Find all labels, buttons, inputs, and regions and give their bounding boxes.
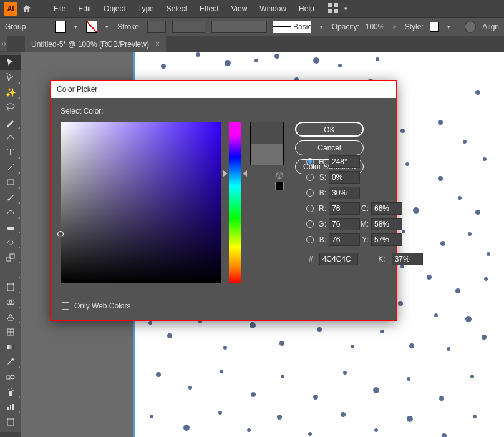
scatter-dot[interactable] <box>398 301 403 306</box>
stroke-weight-input[interactable] <box>147 21 166 33</box>
paintbrush-tool[interactable] <box>0 190 21 205</box>
mesh-tool[interactable] <box>0 325 21 340</box>
scatter-dot[interactable] <box>150 415 153 418</box>
free-transform-tool[interactable] <box>0 280 21 295</box>
selection-tool[interactable] <box>0 55 21 70</box>
workspace-dropdown-icon[interactable]: ▾ <box>342 2 351 15</box>
menu-help[interactable]: Help <box>293 2 321 16</box>
scatter-dot[interactable] <box>473 415 477 418</box>
scatter-dot[interactable] <box>438 176 443 181</box>
blue-radio[interactable] <box>306 236 314 243</box>
eraser-tool[interactable] <box>0 220 21 235</box>
scatter-dot[interactable] <box>484 277 488 281</box>
ok-button[interactable]: OK <box>295 122 364 137</box>
stroke-swatch[interactable] <box>86 21 97 33</box>
current-color-preview[interactable] <box>251 144 283 165</box>
scatter-dot[interactable] <box>482 335 487 340</box>
scatter-dot[interactable] <box>196 52 200 57</box>
fill-dropdown-icon[interactable]: ▾ <box>72 21 80 33</box>
scatter-dot[interactable] <box>254 59 258 62</box>
menu-edit[interactable]: Edit <box>72 2 97 16</box>
scatter-dot[interactable] <box>247 428 251 432</box>
scatter-dot[interactable] <box>470 375 474 378</box>
only-web-colors-checkbox[interactable]: Only Web Colors <box>62 302 130 310</box>
y-input[interactable]: 57% <box>371 233 402 246</box>
scatter-dot[interactable] <box>351 345 354 348</box>
graphic-style-swatch[interactable] <box>430 22 439 32</box>
scatter-dot[interactable] <box>465 316 472 322</box>
curvature-tool[interactable] <box>0 130 21 145</box>
out-of-gamut-icon[interactable] <box>275 170 284 179</box>
h-input[interactable]: 248° <box>329 155 360 168</box>
scatter-dot[interactable] <box>438 120 443 125</box>
scatter-dot[interactable] <box>313 395 318 400</box>
scatter-dot[interactable] <box>277 415 282 420</box>
color-picker-titlebar[interactable]: Color Picker <box>51 81 396 98</box>
document-setup-icon[interactable] <box>465 21 476 33</box>
shape-builder-tool[interactable] <box>0 295 21 310</box>
rotate-tool[interactable] <box>0 235 21 250</box>
width-tool[interactable] <box>0 265 21 280</box>
r-input[interactable]: 76 <box>329 202 360 215</box>
scatter-dot[interactable] <box>458 196 462 200</box>
scatter-dot[interactable] <box>338 64 342 67</box>
scatter-dot[interactable] <box>400 129 405 133</box>
scatter-dot[interactable] <box>250 322 256 328</box>
scatter-dot[interactable] <box>308 432 312 436</box>
magic-wand-tool[interactable]: ✨ <box>0 85 21 100</box>
shaper-tool[interactable] <box>0 205 21 220</box>
hue-radio[interactable] <box>306 158 314 165</box>
brush-definition-dropdown[interactable] <box>211 21 266 33</box>
scatter-dot[interactable] <box>475 210 480 215</box>
scatter-dot[interactable] <box>447 347 450 351</box>
scatter-dot[interactable] <box>455 288 460 293</box>
scatter-dot[interactable] <box>376 57 379 61</box>
scatter-dot[interactable] <box>475 90 480 95</box>
red-radio[interactable] <box>306 205 314 212</box>
symbol-sprayer-tool[interactable] <box>0 385 21 400</box>
type-tool[interactable]: T <box>0 145 21 160</box>
green-radio[interactable] <box>306 220 314 228</box>
menu-view[interactable]: View <box>225 2 254 16</box>
document-tab[interactable]: Untitled-5* @ 100% (RGB/Preview) × <box>25 36 166 52</box>
scatter-dot[interactable] <box>225 60 231 66</box>
lasso-tool[interactable] <box>0 100 21 115</box>
scatter-dot[interactable] <box>167 333 172 338</box>
s-input[interactable]: 0% <box>329 171 360 184</box>
menu-select[interactable]: Select <box>160 2 193 16</box>
hex-input[interactable]: 4C4C4C <box>319 253 358 265</box>
menu-window[interactable]: Window <box>253 2 293 16</box>
cancel-button[interactable]: Cancel <box>295 140 364 155</box>
scatter-dot[interactable] <box>483 157 487 161</box>
menu-file[interactable]: File <box>47 2 72 16</box>
panel-expand-handle[interactable]: ›› <box>0 36 7 51</box>
scale-tool[interactable] <box>0 250 21 265</box>
scatter-dot[interactable] <box>439 396 444 401</box>
stroke-color-dropdown-icon[interactable]: ▾ <box>104 21 111 33</box>
scatter-dot[interactable] <box>161 64 166 69</box>
scatter-dot[interactable] <box>407 377 410 381</box>
scatter-dot[interactable] <box>274 54 279 59</box>
scatter-dot[interactable] <box>463 140 467 144</box>
scatter-dot[interactable] <box>487 252 490 256</box>
scatter-dot[interactable] <box>409 343 414 348</box>
scatter-dot[interactable] <box>427 275 432 280</box>
scatter-dot[interactable] <box>183 425 190 431</box>
g-input[interactable]: 76 <box>329 218 360 230</box>
scatter-dot[interactable] <box>405 162 409 166</box>
column-graph-tool[interactable] <box>0 400 21 415</box>
menu-effect[interactable]: Effect <box>193 2 225 16</box>
scatter-dot[interactable] <box>279 341 284 346</box>
align-label[interactable]: Align <box>482 22 499 31</box>
scatter-dot[interactable] <box>468 232 472 236</box>
scatter-dot[interactable] <box>442 433 447 437</box>
scatter-dot[interactable] <box>251 392 256 397</box>
gradient-tool[interactable] <box>0 340 21 355</box>
menu-object[interactable]: Object <box>97 2 132 16</box>
eyedropper-tool[interactable] <box>0 355 21 370</box>
brush-dropdown-icon[interactable]: ▾ <box>317 21 325 33</box>
rectangle-tool[interactable] <box>0 175 21 190</box>
scatter-dot[interactable] <box>343 371 347 375</box>
var-width-profile-dropdown[interactable] <box>172 21 205 33</box>
scatter-dot[interactable] <box>407 416 413 422</box>
